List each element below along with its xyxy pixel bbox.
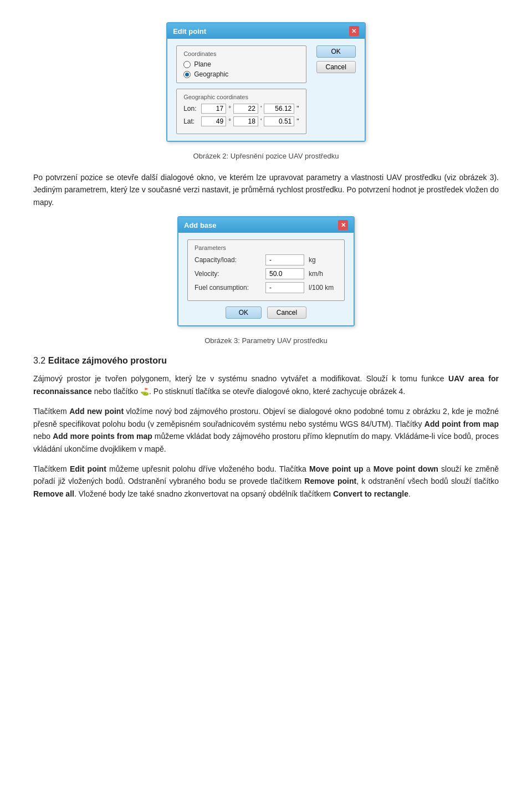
edit-point-cancel-button[interactable]: Cancel xyxy=(316,61,356,73)
radio-group: Plane Geographic xyxy=(183,60,299,78)
para4-mid2: a xyxy=(364,464,374,473)
edit-point-buttons: OK Cancel xyxy=(316,45,356,73)
section-title: Editace zájmového prostoru xyxy=(48,356,167,365)
para3-bold2: Add point from map xyxy=(424,420,499,428)
lon-sec-sym: " xyxy=(296,105,299,113)
para2-mid: nebo tlačítko xyxy=(92,387,140,396)
paragraph2: Zájmový prostor je tvořen polygonem, kte… xyxy=(33,372,499,397)
add-base-title: Add base xyxy=(184,221,217,229)
coordinates-label: Coordinates xyxy=(183,50,299,57)
para4-bold1: Edit point xyxy=(70,464,106,473)
section-heading: 3.2 Editace zájmového prostoru xyxy=(33,356,499,366)
lon-deg-input[interactable] xyxy=(201,104,226,114)
add-base-close-button[interactable]: ✕ xyxy=(338,220,348,230)
add-base-ok-button[interactable]: OK xyxy=(226,306,262,319)
section-num: 3.2 xyxy=(33,356,45,365)
velocity-label: Velocity: xyxy=(195,270,261,278)
lat-deg-sym: ° xyxy=(228,117,231,125)
add-base-cancel-button[interactable]: Cancel xyxy=(267,306,306,319)
para4-bold6: Convert to rectangle xyxy=(333,489,408,498)
lat-row: Lat: ° ' " xyxy=(183,116,299,126)
edit-point-main-row: Coordinates Plane Geographic xyxy=(176,45,356,134)
fuel-label: Fuel consumption: xyxy=(195,284,261,292)
lon-sec-input[interactable] xyxy=(264,104,294,114)
edit-point-dialog-container: Edit point ✕ Coordinates Plane xyxy=(33,22,499,142)
uav-area-icon: ⛳ xyxy=(140,386,149,398)
para3-bold3: Add more points from map xyxy=(53,432,152,441)
fuel-row: Fuel consumption: l/100 km xyxy=(195,282,337,293)
para3-bold1: Add new point xyxy=(69,407,124,416)
velocity-input[interactable] xyxy=(265,268,304,279)
geographic-label: Geographic xyxy=(194,70,228,78)
para4-bold3: Move point down xyxy=(374,464,438,473)
capacity-label: Capacity/load: xyxy=(195,256,261,264)
add-base-dialog: Add base ✕ Parameters Capacity/load: kg … xyxy=(177,216,355,326)
capacity-unit: kg xyxy=(309,256,316,264)
figure3-caption: Obrázek 3: Parametry UAV prostředku xyxy=(33,336,499,345)
edit-point-titlebar: Edit point ✕ xyxy=(167,23,365,39)
lat-sec-sym: " xyxy=(296,117,299,125)
page-content: Edit point ✕ Coordinates Plane xyxy=(33,22,499,500)
lat-label: Lat: xyxy=(183,117,199,125)
para3-mid2: nebo xyxy=(33,432,53,441)
lon-label: Lon: xyxy=(183,105,199,113)
fuel-unit: l/100 km xyxy=(309,284,334,292)
paragraph1: Po potvrzení pozice se otevře další dial… xyxy=(33,171,499,208)
plane-radio-circle xyxy=(183,61,191,68)
lat-min-input[interactable] xyxy=(233,116,258,126)
lat-deg-input[interactable] xyxy=(201,116,226,126)
para4-bold4: Remove point xyxy=(304,477,356,486)
capacity-input[interactable] xyxy=(265,254,304,265)
velocity-unit: km/h xyxy=(309,270,323,278)
lon-min-sym: ' xyxy=(260,105,262,113)
para4-mid1: můžeme upřesnit polohu dříve vloženého b… xyxy=(106,464,309,473)
para4-mid5: . Vložené body lze také snadno zkonverto… xyxy=(74,489,333,498)
para4-end: . xyxy=(408,489,411,498)
paragraph4: Tlačítkem Edit point můžeme upřesnit pol… xyxy=(33,463,499,500)
lat-min-sym: ' xyxy=(260,117,262,125)
edit-point-title: Edit point xyxy=(173,27,206,35)
add-base-body: Parameters Capacity/load: kg Velocity: k… xyxy=(178,233,354,325)
add-base-buttons: OK Cancel xyxy=(187,306,345,319)
figure2-caption: Obrázek 2: Upřesnění pozice UAV prostřed… xyxy=(33,152,499,160)
edit-point-left: Coordinates Plane Geographic xyxy=(176,45,306,134)
parameters-box: Parameters Capacity/load: kg Velocity: k… xyxy=(187,239,345,301)
lon-row: Lon: ° ' " xyxy=(183,104,299,114)
add-base-titlebar: Add base ✕ xyxy=(178,217,354,233)
add-base-dialog-container: Add base ✕ Parameters Capacity/load: kg … xyxy=(33,216,499,326)
para4-bold5: Remove all xyxy=(33,489,74,498)
para4-pre1: Tlačítkem xyxy=(33,464,70,473)
geographic-radio-item[interactable]: Geographic xyxy=(183,70,299,78)
para4-mid4: , k odstranění všech bodů slouží tlačítk… xyxy=(356,477,499,486)
lon-min-input[interactable] xyxy=(233,104,258,114)
fuel-input[interactable] xyxy=(265,282,304,293)
velocity-row: Velocity: km/h xyxy=(195,268,337,279)
para2-plain: Zájmový prostor je tvořen polygonem, kte… xyxy=(33,374,448,383)
para2-end: . Po stisknutí tlačítka se otevře dialog… xyxy=(149,387,405,396)
edit-point-ok-button[interactable]: OK xyxy=(316,45,356,58)
edit-point-close-button[interactable]: ✕ xyxy=(349,26,359,36)
edit-point-body: Coordinates Plane Geographic xyxy=(167,39,365,141)
plane-label: Plane xyxy=(194,60,211,68)
parameters-label: Parameters xyxy=(195,244,337,251)
edit-point-dialog: Edit point ✕ Coordinates Plane xyxy=(166,22,366,142)
geo-coords-box: Geographic coordinates Lon: ° ' " xyxy=(176,89,306,134)
coordinates-box: Coordinates Plane Geographic xyxy=(176,45,306,83)
plane-radio-item[interactable]: Plane xyxy=(183,60,299,68)
lat-sec-input[interactable] xyxy=(264,116,294,126)
geographic-radio-circle xyxy=(183,71,191,78)
para3-pre1: Tlačítkem xyxy=(33,407,69,416)
lon-deg-sym: ° xyxy=(228,105,231,113)
para4-bold2: Move point up xyxy=(309,464,364,473)
paragraph3: Tlačítkem Add new point vložíme nový bod… xyxy=(33,405,499,455)
geo-section-label: Geographic coordinates xyxy=(183,94,299,100)
capacity-row: Capacity/load: kg xyxy=(195,254,337,265)
